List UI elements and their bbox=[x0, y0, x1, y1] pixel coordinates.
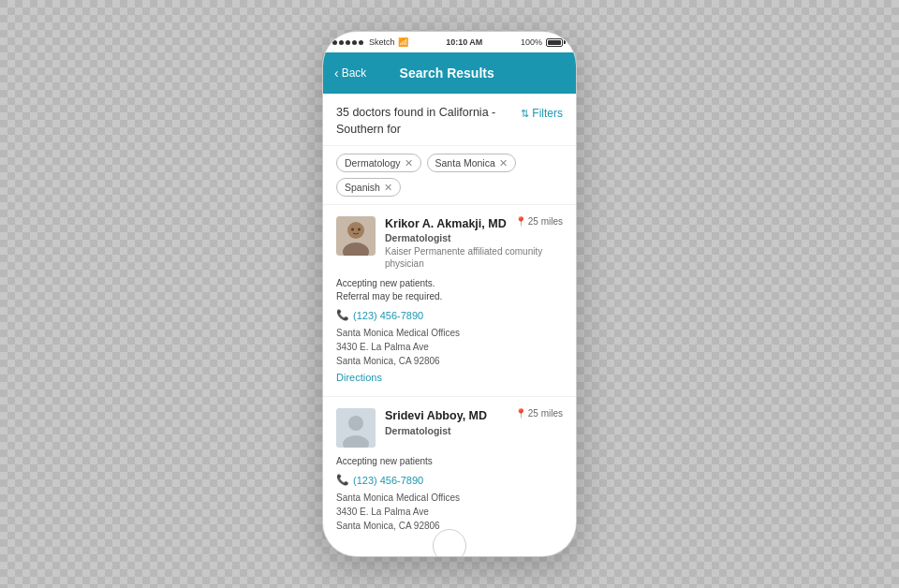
doctor-name-row-0: Krikor A. Akmakji, MD 📍 25 miles bbox=[385, 216, 563, 231]
content-area: 35 doctors found in California - Souther… bbox=[323, 94, 576, 536]
doctor-name-1: Sridevi Abboy, MD bbox=[385, 408, 487, 423]
doctor-card-1: Sridevi Abboy, MD 📍 25 miles Dermatologi… bbox=[323, 397, 576, 536]
status-bar: Sketch 📶 10:10 AM 100% bbox=[323, 32, 576, 52]
doctor-phone-1[interactable]: 📞 (123) 456-7890 bbox=[336, 474, 563, 486]
tag-santa-monica-label: Santa Monica bbox=[435, 157, 495, 169]
doctor-address-line3-0: Santa Monica, CA 92806 bbox=[336, 356, 440, 366]
tag-spanish-close[interactable]: ✕ bbox=[384, 183, 392, 193]
back-button[interactable]: ‹ Back bbox=[334, 66, 366, 81]
filter-tags-container: Dermatology ✕ Santa Monica ✕ Spanish ✕ bbox=[323, 146, 576, 205]
doctor-distance-0: 📍 25 miles bbox=[515, 216, 563, 227]
carrier-label: Sketch bbox=[369, 37, 395, 47]
doctor-name-0: Krikor A. Akmakji, MD bbox=[385, 216, 507, 231]
nav-title: Search Results bbox=[366, 66, 527, 81]
pin-icon-0: 📍 bbox=[515, 216, 526, 227]
tag-spanish-label: Spanish bbox=[345, 182, 380, 193]
doctor-header-1: Sridevi Abboy, MD 📍 25 miles Dermatologi… bbox=[336, 408, 563, 448]
status-left: Sketch 📶 bbox=[332, 37, 408, 47]
doctor-name-row-1: Sridevi Abboy, MD 📍 25 miles bbox=[385, 408, 563, 423]
doctor-address-line2-1: 3430 E. La Palma Ave bbox=[336, 507, 429, 517]
doctor-distance-text-0: 25 miles bbox=[528, 216, 563, 227]
doctor-address-1: Santa Monica Medical Offices 3430 E. La … bbox=[336, 491, 563, 533]
doctor-card-0: Krikor A. Akmakji, MD 📍 25 miles Dermato… bbox=[323, 205, 576, 397]
home-button[interactable] bbox=[433, 529, 466, 556]
signal-dot-5 bbox=[359, 40, 363, 45]
home-indicator bbox=[323, 536, 576, 556]
doctor-address-line1-0: Santa Monica Medical Offices bbox=[336, 328, 460, 338]
phone-icon-1: 📞 bbox=[336, 474, 349, 486]
filter-tag-santa-monica[interactable]: Santa Monica ✕ bbox=[427, 154, 516, 172]
nav-bar: ‹ Back Search Results bbox=[323, 52, 576, 94]
results-count-text: 35 doctors found in California - Souther… bbox=[336, 105, 521, 138]
doctor-header-0: Krikor A. Akmakji, MD 📍 25 miles Dermato… bbox=[336, 216, 563, 270]
doctor-address-line2-0: 3430 E. La Palma Ave bbox=[336, 342, 429, 352]
filter-icon: ⇅ bbox=[521, 108, 529, 120]
filters-button[interactable]: ⇅ Filters bbox=[521, 107, 563, 120]
tag-santa-monica-close[interactable]: ✕ bbox=[499, 158, 508, 169]
doctor-address-line3-1: Santa Monica, CA 92806 bbox=[336, 521, 440, 531]
doctor-info-0: Krikor A. Akmakji, MD 📍 25 miles Dermato… bbox=[385, 216, 563, 270]
doctor-address-0: Santa Monica Medical Offices 3430 E. La … bbox=[336, 326, 563, 368]
doctor-info-1: Sridevi Abboy, MD 📍 25 miles Dermatologi… bbox=[385, 408, 563, 435]
battery-fill bbox=[548, 40, 561, 45]
signal-dot-3 bbox=[346, 40, 350, 45]
battery-icon bbox=[546, 38, 563, 47]
svg-point-4 bbox=[358, 228, 361, 231]
filter-tag-dermatology[interactable]: Dermatology ✕ bbox=[336, 154, 421, 172]
doctor-avatar-1 bbox=[336, 408, 376, 448]
wifi-icon: 📶 bbox=[398, 37, 408, 47]
phone-icon-0: 📞 bbox=[336, 309, 349, 321]
directions-link-0[interactable]: Directions bbox=[336, 372, 382, 383]
chevron-left-icon: ‹ bbox=[334, 66, 339, 81]
back-label: Back bbox=[342, 66, 367, 80]
doctor-status-line2-0: Referral may be required. bbox=[336, 291, 442, 301]
status-time: 10:10 AM bbox=[446, 37, 482, 47]
doctor-status-line1-0: Accepting new patients. bbox=[336, 278, 435, 288]
svg-point-6 bbox=[348, 416, 363, 431]
svg-point-1 bbox=[347, 222, 364, 239]
battery-percent: 100% bbox=[521, 37, 542, 47]
doctor-specialty-0: Dermatologist bbox=[385, 232, 563, 243]
doctor-status-0: Accepting new patients. Referral may be … bbox=[336, 277, 563, 303]
doctor-affiliation-0: Kaiser Permanente affiliated comunity ph… bbox=[385, 245, 563, 270]
signal-dot-2 bbox=[339, 40, 344, 45]
status-right: 100% bbox=[521, 37, 563, 47]
doctor-phone-number-1: (123) 456-7890 bbox=[353, 475, 423, 486]
phone-mockup: Sketch 📶 10:10 AM 100% ‹ Back Search Res… bbox=[323, 32, 576, 556]
filter-tag-spanish[interactable]: Spanish ✕ bbox=[336, 178, 401, 197]
doctor-specialty-1: Dermatologist bbox=[385, 425, 563, 436]
signal-dot-4 bbox=[352, 40, 357, 45]
signal-dots bbox=[332, 40, 363, 45]
doctor-distance-1: 📍 25 miles bbox=[515, 408, 563, 419]
tag-dermatology-label: Dermatology bbox=[345, 157, 401, 169]
results-header: 35 doctors found in California - Souther… bbox=[323, 94, 576, 146]
signal-dot-1 bbox=[332, 40, 337, 45]
doctor-status-1: Accepting new patients bbox=[336, 455, 563, 468]
doctor-status-line1-1: Accepting new patients bbox=[336, 456, 433, 466]
doctor-distance-text-1: 25 miles bbox=[528, 408, 563, 419]
doctor-phone-number-0: (123) 456-7890 bbox=[353, 310, 423, 321]
doctor-address-line1-1: Santa Monica Medical Offices bbox=[336, 492, 460, 503]
svg-point-3 bbox=[351, 228, 354, 231]
avatar-placeholder-1 bbox=[336, 408, 376, 448]
doctor-avatar-0 bbox=[336, 216, 376, 256]
pin-icon-1: 📍 bbox=[515, 408, 526, 419]
filters-label: Filters bbox=[532, 107, 563, 120]
doctor-phone-0[interactable]: 📞 (123) 456-7890 bbox=[336, 309, 563, 321]
tag-dermatology-close[interactable]: ✕ bbox=[405, 158, 413, 169]
